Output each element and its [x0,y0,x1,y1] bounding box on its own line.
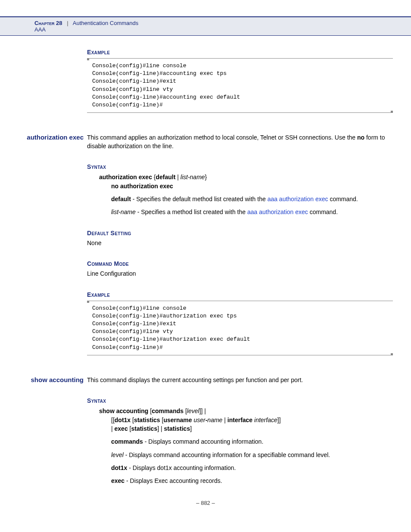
command-mode-value: Line Configuration [87,270,393,278]
default-setting-label: Default Setting [87,230,393,236]
command-desc: This command displays the current accoun… [87,376,393,385]
example-label: Example [87,291,393,298]
syntax-no: no authorization exec [111,183,173,190]
command-mode-label: Command Mode [87,260,393,267]
header-sep: | [67,20,68,26]
code-block: Console(config)#line console Console(con… [87,58,393,113]
command-desc: This command applies an authorization me… [87,134,393,150]
param-commands: commands - Displays command accounting i… [111,437,393,446]
chapter-number: Chapter 28 [34,20,62,26]
command-name-authorization-exec: authorization exec [18,134,84,141]
page-header: Chapter 28 | Authentication Commands AAA [0,16,411,36]
param-listname: list-name - Specifies a method list crea… [111,208,393,216]
command-name-show-accounting: show accounting [18,376,84,383]
chapter-sub: AAA [34,26,411,33]
default-setting-value: None [87,239,393,248]
link-aaa-authorization-exec[interactable]: aaa authorization exec [268,196,328,202]
syntax-label: Syntax [87,163,393,170]
desc-no: no [357,134,364,141]
syntax-block: authorization exec {default | list-name}… [99,173,393,190]
code-block: Console(config)#line console Console(con… [87,301,393,355]
syntax-label: Syntax [87,397,393,404]
param-default: default - Specifies the default method l… [111,195,393,203]
syntax-kw: authorization exec [99,174,152,180]
syntax-block: show accounting [commands [level]] | [[d… [99,407,393,433]
param-dot1x: dot1x - Displays dot1x accounting inform… [111,464,393,472]
desc-text: This command applies an authorization me… [87,134,357,141]
example-label: Example [87,49,393,56]
param-exec: exec - Displays Exec accounting records. [111,476,393,485]
chapter-title: Authentication Commands [73,20,138,26]
link-aaa-authorization-exec[interactable]: aaa authorization exec [247,208,308,215]
page-number: – 882 – [18,500,393,506]
param-level: level - Displays command accounting info… [111,451,393,459]
